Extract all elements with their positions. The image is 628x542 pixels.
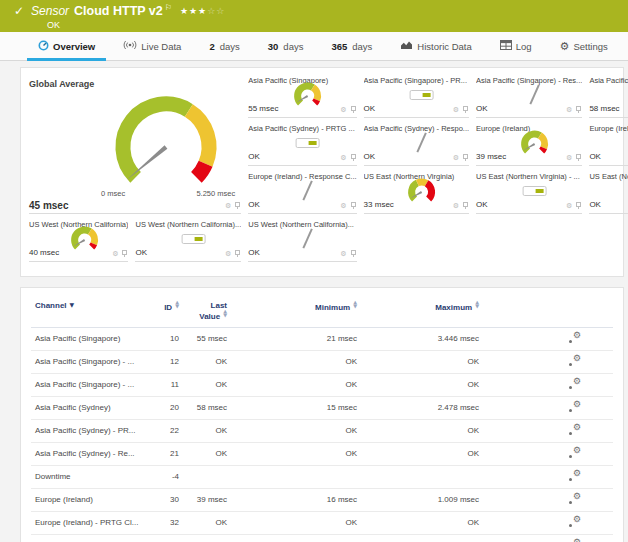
column-header-channel[interactable]: Channel▼ [31,292,149,327]
sort-icon [223,310,227,317]
channel-gauge-cell: Asia Pacific (Singapore) - PR... [364,70,469,118]
cell-maximum: OK [371,419,493,442]
channel-settings-gear-icon[interactable] [568,424,581,435]
cell-last-value: OK [193,534,245,542]
pin-icon[interactable] [350,106,356,114]
channel-settings-gear-icon[interactable] [568,493,581,504]
pin-icon[interactable] [350,154,356,162]
channel-state-toggle-icon [523,186,547,196]
gauge-grid: Global Average 0 msec 5.250 msec 45 msec… [29,70,615,262]
channel-state-toggle-icon [182,234,206,244]
column-header-actions [493,292,613,327]
tab-settings[interactable]: ⚙ Settings [546,32,622,60]
channel-settings-gear-icon[interactable] [568,332,581,343]
channel-settings-gear-icon[interactable] [568,378,581,389]
column-header-last-value[interactable]: Last Value [193,292,245,327]
gear-icon[interactable]: ⚙ [453,203,459,210]
gear-icon[interactable]: ⚙ [340,251,346,258]
tab-historic-data[interactable]: Historic Data [386,32,485,60]
channel-gauge-cell: Asia Pacific (Singapore) - Res... [476,70,582,118]
gauge-scale-max: 5.250 msec [196,189,235,198]
channel-settings-gear-icon[interactable] [568,401,581,412]
tab-bar: Overview Live Data 2days 30days 365days … [0,32,628,61]
channel-gauge-cell: Europe (Ireland) - Response C... [248,166,356,214]
channel-value: 58 msec [589,104,619,113]
pin-icon[interactable] [575,154,581,162]
gear-icon[interactable]: ⚙ [340,203,346,210]
cell-maximum: 2.478 msec [371,396,493,419]
cell-channel: Asia Pacific (Singapore) - ... [31,373,149,396]
pin-icon[interactable] [575,106,581,114]
pin-icon[interactable] [575,202,581,210]
cell-id: 31 [149,534,193,542]
tab-log[interactable]: Log [486,32,546,60]
pin-icon[interactable] [234,202,240,210]
channels-table-panel: Channel▼ ID Last Value Minimum Maximum A… [20,287,624,542]
channel-value: 40 msec [29,248,59,257]
gear-icon[interactable]: ⚙ [225,251,231,258]
channel-gauge-cell: Asia Pacific (Sydney) - PRTG ... [248,118,356,166]
gear-icon[interactable]: ⚙ [566,155,572,162]
cell-channel: Asia Pacific (Sydney) [31,396,149,419]
sort-icon [475,301,479,308]
channel-settings-gear-icon[interactable] [568,355,581,366]
gear-icon[interactable]: ⚙ [112,251,118,258]
global-average-gauge-icon [91,85,241,200]
tab-2-days[interactable]: 2days [195,32,253,60]
cell-minimum: OK [245,419,371,442]
channel-gauge-cell: US West (Northern California)... [135,214,241,262]
pin-icon[interactable] [462,154,468,162]
cell-last-value: 58 msec [193,396,245,419]
pin-icon[interactable] [350,202,356,210]
cell-minimum: OK [245,350,371,373]
cell-maximum: OK [371,511,493,534]
channel-value: OK [135,248,147,257]
channel-settings-gear-icon[interactable] [568,447,581,458]
gear-icon[interactable]: ⚙ [225,203,231,210]
channel-value: OK [589,200,601,209]
cell-last-value: OK [193,373,245,396]
gear-icon[interactable]: ⚙ [340,155,346,162]
pin-icon[interactable] [462,202,468,210]
column-header-id[interactable]: ID [149,292,193,327]
gear-icon[interactable]: ⚙ [453,107,459,114]
channel-gauge-icon [66,224,102,254]
channel-value: 55 msec [248,104,278,113]
cell-id: 22 [149,419,193,442]
sensor-header: ✓ Sensor Cloud HTTP v2 ⚐ ★★★☆☆ OK [0,0,628,32]
tab-30-days[interactable]: 30days [254,32,318,60]
channel-state-toggle-icon [410,90,434,100]
priority-stars[interactable]: ★★★☆☆ [180,6,225,16]
priority-flag-icon[interactable]: ⚐ [165,3,172,12]
column-header-maximum[interactable]: Maximum [371,292,493,327]
pin-icon[interactable] [462,106,468,114]
table-row: Downtime -4 [31,465,613,488]
tab-overview[interactable]: Overview [24,32,109,60]
table-row: Asia Pacific (Singapore) - ... 12 OK OK … [31,350,613,373]
cell-minimum: OK [245,442,371,465]
channel-settings-gear-icon[interactable] [568,516,581,527]
gear-icon[interactable]: ⚙ [340,107,346,114]
status-badge: OK [14,20,628,30]
gear-icon[interactable]: ⚙ [566,107,572,114]
table-row: Asia Pacific (Sydney) - PR... 22 OK OK O… [31,419,613,442]
tab-live-data[interactable]: Live Data [109,32,195,60]
channel-value: OK [589,152,601,161]
cell-id: 32 [149,511,193,534]
channels-table: Channel▼ ID Last Value Minimum Maximum A… [31,292,613,542]
channel-title: US East (Northern Virginia) - ... [589,166,628,181]
gear-icon[interactable]: ⚙ [566,203,572,210]
channel-settings-gear-icon[interactable] [568,470,581,481]
cell-id: 11 [149,373,193,396]
channel-value: OK [364,104,376,113]
status-check-icon: ✓ [14,4,24,18]
pin-icon[interactable] [234,250,240,258]
column-header-minimum[interactable]: Minimum [245,292,371,327]
sort-icon [175,301,179,308]
channel-gauge-cell: US East (Northern Virginia) - ... [476,166,582,214]
pin-icon[interactable] [121,250,127,258]
pin-icon[interactable] [350,250,356,258]
cell-minimum: OK [245,511,371,534]
tab-365-days[interactable]: 365days [317,32,386,60]
gear-icon[interactable]: ⚙ [453,155,459,162]
